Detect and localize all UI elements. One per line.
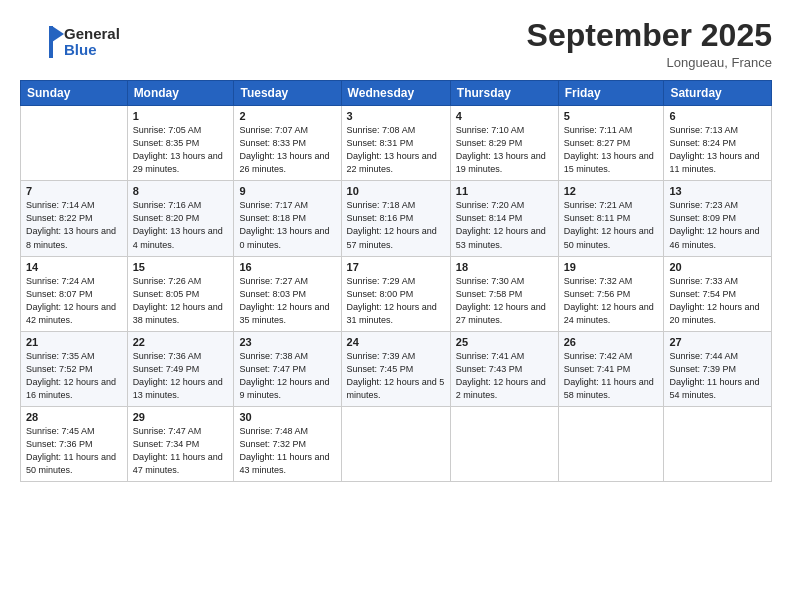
month-title: September 2025 — [527, 18, 772, 53]
calendar-week-row: 1Sunrise: 7:05 AMSunset: 8:35 PMDaylight… — [21, 106, 772, 181]
title-block: September 2025 Longueau, France — [527, 18, 772, 70]
cell-content: Sunrise: 7:33 AMSunset: 7:54 PMDaylight:… — [669, 275, 766, 327]
day-number: 22 — [133, 336, 229, 348]
table-cell: 21Sunrise: 7:35 AMSunset: 7:52 PMDayligh… — [21, 331, 128, 406]
cell-content: Sunrise: 7:14 AMSunset: 8:22 PMDaylight:… — [26, 199, 122, 251]
cell-content: Sunrise: 7:41 AMSunset: 7:43 PMDaylight:… — [456, 350, 553, 402]
page-header: GeneralBlue September 2025 Longueau, Fra… — [20, 18, 772, 70]
cell-content: Sunrise: 7:27 AMSunset: 8:03 PMDaylight:… — [239, 275, 335, 327]
cell-content: Sunrise: 7:21 AMSunset: 8:11 PMDaylight:… — [564, 199, 659, 251]
cell-content: Sunrise: 7:13 AMSunset: 8:24 PMDaylight:… — [669, 124, 766, 176]
day-number: 6 — [669, 110, 766, 122]
day-number: 9 — [239, 185, 335, 197]
table-cell — [558, 406, 664, 481]
cell-content: Sunrise: 7:29 AMSunset: 8:00 PMDaylight:… — [347, 275, 445, 327]
day-number: 24 — [347, 336, 445, 348]
table-cell: 5Sunrise: 7:11 AMSunset: 8:27 PMDaylight… — [558, 106, 664, 181]
table-cell: 22Sunrise: 7:36 AMSunset: 7:49 PMDayligh… — [127, 331, 234, 406]
table-cell: 3Sunrise: 7:08 AMSunset: 8:31 PMDaylight… — [341, 106, 450, 181]
day-number: 12 — [564, 185, 659, 197]
cell-content: Sunrise: 7:17 AMSunset: 8:18 PMDaylight:… — [239, 199, 335, 251]
table-cell: 7Sunrise: 7:14 AMSunset: 8:22 PMDaylight… — [21, 181, 128, 256]
table-cell: 10Sunrise: 7:18 AMSunset: 8:16 PMDayligh… — [341, 181, 450, 256]
cell-content: Sunrise: 7:45 AMSunset: 7:36 PMDaylight:… — [26, 425, 122, 477]
col-saturday: Saturday — [664, 81, 772, 106]
table-cell: 15Sunrise: 7:26 AMSunset: 8:05 PMDayligh… — [127, 256, 234, 331]
table-cell: 9Sunrise: 7:17 AMSunset: 8:18 PMDaylight… — [234, 181, 341, 256]
day-number: 19 — [564, 261, 659, 273]
col-wednesday: Wednesday — [341, 81, 450, 106]
col-monday: Monday — [127, 81, 234, 106]
table-cell: 26Sunrise: 7:42 AMSunset: 7:41 PMDayligh… — [558, 331, 664, 406]
day-number: 27 — [669, 336, 766, 348]
day-number: 7 — [26, 185, 122, 197]
calendar-table: Sunday Monday Tuesday Wednesday Thursday… — [20, 80, 772, 482]
logo-general: General — [64, 26, 120, 43]
day-number: 20 — [669, 261, 766, 273]
cell-content: Sunrise: 7:20 AMSunset: 8:14 PMDaylight:… — [456, 199, 553, 251]
day-number: 4 — [456, 110, 553, 122]
day-number: 8 — [133, 185, 229, 197]
table-cell: 6Sunrise: 7:13 AMSunset: 8:24 PMDaylight… — [664, 106, 772, 181]
cell-content: Sunrise: 7:36 AMSunset: 7:49 PMDaylight:… — [133, 350, 229, 402]
calendar-header-row: Sunday Monday Tuesday Wednesday Thursday… — [21, 81, 772, 106]
table-cell: 27Sunrise: 7:44 AMSunset: 7:39 PMDayligh… — [664, 331, 772, 406]
day-number: 3 — [347, 110, 445, 122]
logo-svg — [20, 24, 64, 60]
col-thursday: Thursday — [450, 81, 558, 106]
cell-content: Sunrise: 7:47 AMSunset: 7:34 PMDaylight:… — [133, 425, 229, 477]
table-cell: 14Sunrise: 7:24 AMSunset: 8:07 PMDayligh… — [21, 256, 128, 331]
day-number: 28 — [26, 411, 122, 423]
svg-rect-1 — [49, 26, 53, 58]
cell-content: Sunrise: 7:44 AMSunset: 7:39 PMDaylight:… — [669, 350, 766, 402]
cell-content: Sunrise: 7:30 AMSunset: 7:58 PMDaylight:… — [456, 275, 553, 327]
logo-blue: Blue — [64, 42, 120, 59]
day-number: 26 — [564, 336, 659, 348]
table-cell: 1Sunrise: 7:05 AMSunset: 8:35 PMDaylight… — [127, 106, 234, 181]
table-cell: 16Sunrise: 7:27 AMSunset: 8:03 PMDayligh… — [234, 256, 341, 331]
col-sunday: Sunday — [21, 81, 128, 106]
table-cell — [21, 106, 128, 181]
table-cell: 23Sunrise: 7:38 AMSunset: 7:47 PMDayligh… — [234, 331, 341, 406]
table-cell: 8Sunrise: 7:16 AMSunset: 8:20 PMDaylight… — [127, 181, 234, 256]
cell-content: Sunrise: 7:24 AMSunset: 8:07 PMDaylight:… — [26, 275, 122, 327]
cell-content: Sunrise: 7:16 AMSunset: 8:20 PMDaylight:… — [133, 199, 229, 251]
cell-content: Sunrise: 7:32 AMSunset: 7:56 PMDaylight:… — [564, 275, 659, 327]
day-number: 21 — [26, 336, 122, 348]
col-friday: Friday — [558, 81, 664, 106]
logo-text-block: GeneralBlue — [64, 26, 120, 59]
table-cell: 2Sunrise: 7:07 AMSunset: 8:33 PMDaylight… — [234, 106, 341, 181]
location-label: Longueau, France — [527, 55, 772, 70]
day-number: 15 — [133, 261, 229, 273]
day-number: 1 — [133, 110, 229, 122]
table-cell: 25Sunrise: 7:41 AMSunset: 7:43 PMDayligh… — [450, 331, 558, 406]
calendar-week-row: 14Sunrise: 7:24 AMSunset: 8:07 PMDayligh… — [21, 256, 772, 331]
cell-content: Sunrise: 7:26 AMSunset: 8:05 PMDaylight:… — [133, 275, 229, 327]
cell-content: Sunrise: 7:08 AMSunset: 8:31 PMDaylight:… — [347, 124, 445, 176]
cell-content: Sunrise: 7:35 AMSunset: 7:52 PMDaylight:… — [26, 350, 122, 402]
table-cell: 4Sunrise: 7:10 AMSunset: 8:29 PMDaylight… — [450, 106, 558, 181]
table-cell: 17Sunrise: 7:29 AMSunset: 8:00 PMDayligh… — [341, 256, 450, 331]
calendar-week-row: 28Sunrise: 7:45 AMSunset: 7:36 PMDayligh… — [21, 406, 772, 481]
cell-content: Sunrise: 7:48 AMSunset: 7:32 PMDaylight:… — [239, 425, 335, 477]
cell-content: Sunrise: 7:38 AMSunset: 7:47 PMDaylight:… — [239, 350, 335, 402]
logo: GeneralBlue — [20, 24, 120, 60]
day-number: 18 — [456, 261, 553, 273]
table-cell: 11Sunrise: 7:20 AMSunset: 8:14 PMDayligh… — [450, 181, 558, 256]
day-number: 17 — [347, 261, 445, 273]
table-cell: 20Sunrise: 7:33 AMSunset: 7:54 PMDayligh… — [664, 256, 772, 331]
day-number: 13 — [669, 185, 766, 197]
table-cell: 24Sunrise: 7:39 AMSunset: 7:45 PMDayligh… — [341, 331, 450, 406]
cell-content: Sunrise: 7:23 AMSunset: 8:09 PMDaylight:… — [669, 199, 766, 251]
day-number: 14 — [26, 261, 122, 273]
cell-content: Sunrise: 7:18 AMSunset: 8:16 PMDaylight:… — [347, 199, 445, 251]
table-cell: 18Sunrise: 7:30 AMSunset: 7:58 PMDayligh… — [450, 256, 558, 331]
table-cell: 30Sunrise: 7:48 AMSunset: 7:32 PMDayligh… — [234, 406, 341, 481]
day-number: 29 — [133, 411, 229, 423]
day-number: 2 — [239, 110, 335, 122]
calendar-week-row: 21Sunrise: 7:35 AMSunset: 7:52 PMDayligh… — [21, 331, 772, 406]
table-cell: 13Sunrise: 7:23 AMSunset: 8:09 PMDayligh… — [664, 181, 772, 256]
svg-marker-0 — [52, 26, 64, 42]
table-cell — [450, 406, 558, 481]
day-number: 23 — [239, 336, 335, 348]
